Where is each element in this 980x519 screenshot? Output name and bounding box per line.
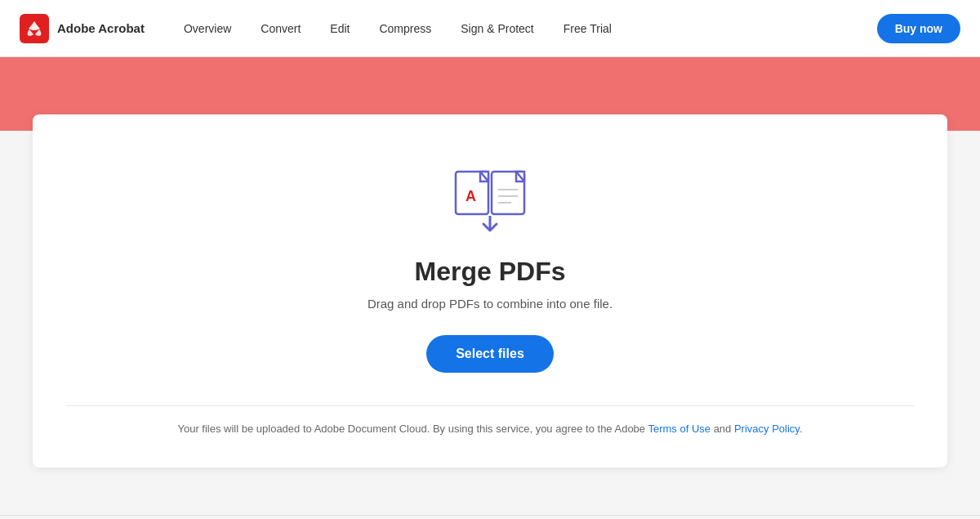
header: Adobe Acrobat Overview Convert Edit Comp… <box>0 0 980 57</box>
logo-text: Adobe Acrobat <box>57 21 145 35</box>
select-files-button[interactable]: Select files <box>426 335 554 373</box>
buy-now-button[interactable]: Buy now <box>877 14 960 43</box>
footer-and-text: and <box>710 423 734 435</box>
card-subtitle: Drag and drop PDFs to combine into one f… <box>65 297 915 311</box>
nav-item-compress[interactable]: Compress <box>366 16 444 42</box>
bottom-bar <box>0 515 980 519</box>
nav-item-edit[interactable]: Edit <box>317 16 363 42</box>
merge-icon-container: A <box>65 163 915 237</box>
logo-icon <box>20 14 49 43</box>
terms-of-use-link[interactable]: Terms of Use <box>648 423 710 435</box>
nav-item-sign-protect[interactable]: Sign & Protect <box>448 16 547 42</box>
card-title: Merge PDFs <box>65 257 915 287</box>
merge-pdf-icon: A <box>449 163 531 237</box>
merge-card: A Merge PDFs Drag and drop PDFs to combi… <box>33 114 947 468</box>
logo-link[interactable]: Adobe Acrobat <box>20 14 145 43</box>
card-footer: Your files will be uploaded to Adobe Doc… <box>65 405 915 435</box>
nav-item-convert[interactable]: Convert <box>247 16 314 42</box>
main-content: A Merge PDFs Drag and drop PDFs to combi… <box>0 131 980 515</box>
footer-suffix-text: . <box>800 423 803 435</box>
nav-item-free-trial[interactable]: Free Trial <box>550 16 625 42</box>
nav-item-overview[interactable]: Overview <box>171 16 244 42</box>
svg-text:A: A <box>466 188 476 204</box>
main-nav: Overview Convert Edit Compress Sign & Pr… <box>171 16 851 42</box>
footer-prefix-text: Your files will be uploaded to Adobe Doc… <box>177 423 648 435</box>
privacy-policy-link[interactable]: Privacy Policy <box>734 423 800 435</box>
